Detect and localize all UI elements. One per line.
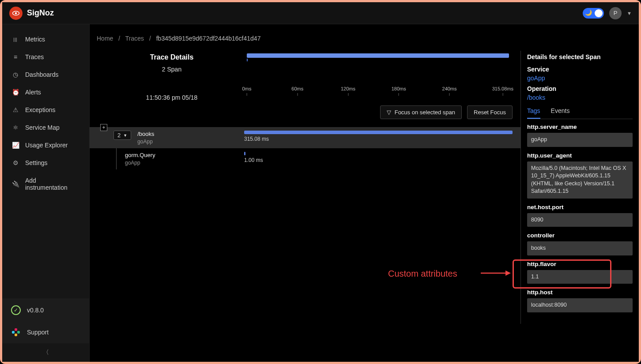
nav-label: Add instrumentation xyxy=(25,177,79,191)
support-text: Support xyxy=(27,329,49,336)
span-row[interactable]: 2 ▼ /books goApp 315.08 ms xyxy=(90,127,520,148)
sidebar-item-service-map[interactable]: ⚛Service Map xyxy=(2,119,89,136)
warn-icon: ⚠ xyxy=(12,106,19,113)
list-icon: ≡ xyxy=(12,53,19,60)
nav-label: Dashboards xyxy=(25,71,59,78)
tag-key: http.server_name xyxy=(527,124,633,130)
trace-timestamp: 11:50:36 pm 05/18 xyxy=(97,94,247,101)
gauge-icon: ◷ xyxy=(12,71,19,78)
tag-value: goApp xyxy=(527,133,633,147)
details-header: Details for selected Span xyxy=(527,53,633,60)
filter-icon: ▽ xyxy=(387,109,391,116)
axis-tick: 60ms xyxy=(291,86,303,96)
map-icon: ⚛ xyxy=(12,124,19,131)
axis-tick: 0ms xyxy=(242,86,252,96)
logo-icon xyxy=(9,7,23,20)
tag-block: http.flavor 1.1 xyxy=(527,261,633,284)
tag-key: net.host.port xyxy=(527,204,633,210)
bars-icon: ⫼ xyxy=(12,36,19,43)
focus-span-button[interactable]: ▽ Focus on selected span xyxy=(380,105,462,119)
toggle-knob xyxy=(595,9,603,17)
chevron-left-icon: 〈 xyxy=(43,349,49,356)
avatar[interactable]: P xyxy=(609,7,622,19)
time-axis: 0ms 60ms 120ms 180ms 240ms 315.08ms xyxy=(247,86,513,99)
nav-label: Traces xyxy=(25,53,44,60)
tag-key: http.user_agent xyxy=(527,152,633,159)
sidebar-item-metrics[interactable]: ⫼Metrics xyxy=(2,30,89,48)
span-name: gorm.Query xyxy=(125,152,155,158)
tag-block: http.host localhost:8090 xyxy=(527,289,633,312)
tag-value: books xyxy=(527,241,633,255)
nav-label: Settings xyxy=(25,159,48,166)
slack-icon xyxy=(11,327,21,337)
tag-value: localhost:8090 xyxy=(527,298,633,312)
topbar: SigNoz 🌙 P ▼ xyxy=(2,2,639,24)
tab-events[interactable]: Events xyxy=(551,107,570,119)
span-service: goApp xyxy=(137,139,154,145)
sidebar-item-add-instrumentation[interactable]: 🔌Add instrumentation xyxy=(2,172,89,196)
span-details-panel: Details for selected Span Service goApp … xyxy=(520,51,639,324)
span-duration-label: 1.00 ms xyxy=(244,157,513,163)
sidebar: ⫼Metrics ≡Traces ◷Dashboards ⏰Alerts ⚠Ex… xyxy=(2,24,90,362)
tag-key: http.host xyxy=(527,289,633,296)
tag-value: Mozilla/5.0 (Macintosh; Intel Mac OS X 1… xyxy=(527,161,633,199)
caret-down-icon: ▼ xyxy=(123,133,127,138)
tag-value: 8090 xyxy=(527,213,633,227)
tag-block: http.server_name goApp xyxy=(527,124,633,147)
version-text: v0.8.0 xyxy=(27,307,44,314)
axis-tick: 180ms xyxy=(392,86,406,96)
reset-focus-button[interactable]: Reset Focus xyxy=(467,105,513,119)
operation-label: Operation xyxy=(527,85,633,92)
span-duration-bar xyxy=(244,152,245,155)
check-circle-icon: ✓ xyxy=(11,305,21,315)
service-label: Service xyxy=(527,66,633,73)
theme-toggle[interactable]: 🌙 xyxy=(583,8,604,19)
nav-list: ⫼Metrics ≡Traces ◷Dashboards ⏰Alerts ⚠Ex… xyxy=(2,24,89,299)
chart-icon: 📈 xyxy=(12,142,19,149)
breadcrumb: Home / Traces / fb345d8915e9d672df2444b1… xyxy=(90,33,639,51)
tag-block: net.host.port 8090 xyxy=(527,204,633,227)
operation-link[interactable]: /books xyxy=(527,94,633,101)
nav-label: Metrics xyxy=(25,36,45,43)
caret-down-icon[interactable]: ▼ xyxy=(627,11,632,16)
support-row[interactable]: Support xyxy=(2,321,89,343)
brand-name: SigNoz xyxy=(27,8,54,18)
tag-key: controller xyxy=(527,232,633,239)
trace-overview-bar[interactable] xyxy=(247,53,509,60)
breadcrumb-separator: / xyxy=(149,35,151,42)
focus-span-label: Focus on selected span xyxy=(395,109,455,116)
nav-label: Exceptions xyxy=(25,106,55,113)
moon-icon: 🌙 xyxy=(585,9,592,16)
tag-block-controller: controller books xyxy=(527,232,633,255)
span-duration-label: 315.08 ms xyxy=(244,136,513,142)
span-duration-bar xyxy=(244,131,513,134)
tab-tags[interactable]: Tags xyxy=(527,107,540,119)
trace-span-count: 2 Span xyxy=(97,66,247,73)
breadcrumb-traces[interactable]: Traces xyxy=(125,35,144,42)
sidebar-item-dashboards[interactable]: ◷Dashboards xyxy=(2,66,89,83)
breadcrumb-home[interactable]: Home xyxy=(97,35,113,42)
breadcrumb-separator: / xyxy=(118,35,120,42)
main-content: Home / Traces / fb345d8915e9d672df2444b1… xyxy=(90,24,639,362)
collapse-sidebar-button[interactable]: 〈 xyxy=(2,343,89,362)
nav-label: Usage Explorer xyxy=(25,142,68,149)
breadcrumb-trace-id: fb345d8915e9d672df2444b16cf41d47 xyxy=(156,35,261,42)
tag-block: http.user_agent Mozilla/5.0 (Macintosh; … xyxy=(527,152,633,199)
service-link[interactable]: goApp xyxy=(527,75,633,82)
bell-icon: ⏰ xyxy=(12,89,19,96)
sidebar-item-usage-explorer[interactable]: 📈Usage Explorer xyxy=(2,136,89,154)
gear-icon: ⚙ xyxy=(12,159,19,166)
tree-line xyxy=(116,148,117,169)
trace-details-title: Trace Details xyxy=(97,53,247,61)
axis-tick: 120ms xyxy=(341,86,355,96)
nav-label: Alerts xyxy=(25,89,41,96)
sidebar-item-alerts[interactable]: ⏰Alerts xyxy=(2,83,89,101)
tag-key: http.flavor xyxy=(527,261,633,267)
span-row[interactable]: gorm.Query goApp 1.00 ms xyxy=(90,148,520,169)
plug-icon: 🔌 xyxy=(12,180,19,188)
sidebar-item-exceptions[interactable]: ⚠Exceptions xyxy=(2,101,89,119)
sidebar-item-traces[interactable]: ≡Traces xyxy=(2,48,89,66)
span-children-count[interactable]: 2 ▼ xyxy=(113,131,131,140)
version-row[interactable]: ✓ v0.8.0 xyxy=(2,299,89,321)
sidebar-item-settings[interactable]: ⚙Settings xyxy=(2,154,89,172)
